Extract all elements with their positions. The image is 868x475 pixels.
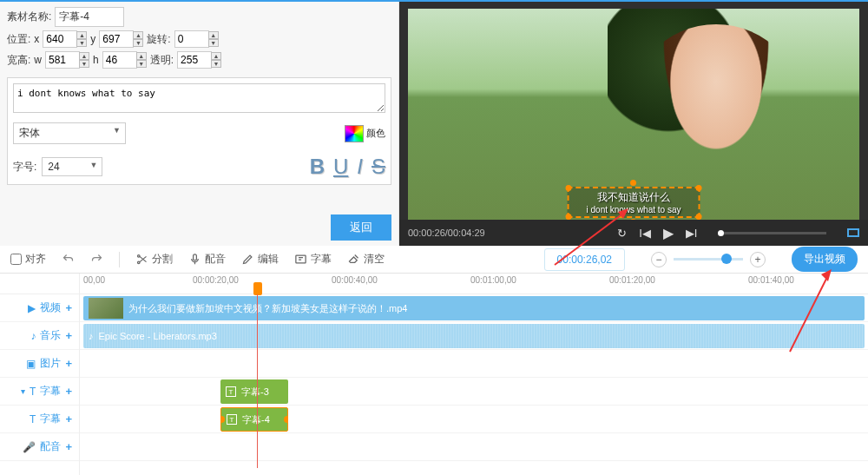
spinner-up-icon[interactable]: ▲ [208,31,219,39]
width-input[interactable] [45,51,80,69]
progress-bar[interactable] [718,232,826,234]
next-icon[interactable]: ▶I [686,227,698,240]
timeline-ruler[interactable]: 00,00 00:00:20,00 00:00:40,00 00:01:00,0… [80,274,868,294]
preview-panel: 我不知道说什么 i dont knows what to say 00:00:2… [399,2,868,246]
spinner-down-icon[interactable]: ▼ [133,39,143,47]
timeline-time-display: 00:00:26,02 [544,248,625,271]
video-clip[interactable]: 为什么我们要做新加坡中文视频？新加坡美女是这样子说的！.mp4 [83,296,865,320]
video-track-label[interactable]: ▶视频+ [0,294,79,322]
fullscreen-icon[interactable] [847,228,859,237]
audio-track-label[interactable]: ♪音乐+ [0,322,79,350]
svg-point-1 [138,261,141,264]
voice-button[interactable]: 配音 [188,252,226,267]
resize-handle-icon[interactable] [695,214,701,220]
subtitle-track-label[interactable]: T字幕+ [0,406,79,433]
align-checkbox[interactable]: 对齐 [10,252,46,267]
zoom-in-icon[interactable]: + [750,252,766,267]
back-button[interactable]: 返回 [331,214,391,241]
spinner-down-icon[interactable]: ▼ [76,39,87,47]
rotate-handle-icon[interactable] [630,180,636,186]
bold-button[interactable]: B [310,155,325,179]
subtitle-track-label[interactable]: ▾T字幕+ [0,378,79,406]
zoom-thumb[interactable] [721,254,732,264]
spinner-up-icon[interactable]: ▲ [79,52,89,60]
main-toolbar: 对齐 分割 配音 编辑 字幕 清空 00:00:26,02 − + 导出视频 [0,246,868,274]
playhead-marker[interactable] [253,282,262,295]
zoom-out-icon[interactable]: − [651,252,667,267]
edit-button[interactable]: 编辑 [241,252,279,267]
spinner-up-icon[interactable]: ▲ [133,31,143,39]
loop-icon[interactable]: ↻ [617,227,627,240]
clip-handle-icon[interactable] [284,416,288,423]
spinner-up-icon[interactable]: ▲ [211,52,221,60]
video-preview[interactable]: 我不知道说什么 i dont knows what to say [408,9,859,220]
properties-panel: 素材名称: 字幕-4 位置: x ▲▼ y ▲▼ 旋转: ▲▼ 宽高: w ▲▼… [0,2,399,246]
size-label: 宽高: [7,53,30,68]
subtitle-clip-selected[interactable]: T字幕-4 [220,407,288,432]
rotate-handle-icon[interactable] [630,219,636,220]
fontsize-label: 字号: [13,160,36,175]
split-button[interactable]: 分割 [135,252,173,267]
subtitle-button[interactable]: 字幕 [294,252,332,267]
font-select[interactable]: 宋体 [13,122,126,144]
dub-track-label[interactable]: 🎤配音+ [0,433,79,461]
spinner-up-icon[interactable]: ▲ [136,52,147,60]
opacity-input[interactable] [177,51,212,69]
zoom-slider[interactable] [674,258,743,261]
resize-handle-icon[interactable] [566,214,572,220]
track-labels: ▶视频+ ♪音乐+ ▣图片+ ▾T字幕+ T字幕+ 🎤配音+ [0,274,80,475]
italic-button[interactable]: I [357,155,363,179]
player-controls: 00:00:26/00:04:29 ↻ I◀ ▶ ▶I [399,220,868,246]
subtitle-en: i dont knows what to say [587,205,681,214]
name-label: 素材名称: [7,10,51,24]
undo-button[interactable] [62,253,75,266]
spinner-up-icon[interactable]: ▲ [76,31,87,39]
spinner-down-icon[interactable]: ▼ [211,60,221,68]
spinner-down-icon[interactable]: ▼ [79,60,89,68]
pos-y-input[interactable] [99,30,134,48]
position-label: 位置: [7,32,30,47]
subtitle-cn: 我不知道说什么 [587,190,681,205]
opacity-label: 透明: [150,53,174,68]
fontsize-select[interactable]: 24 [42,157,102,176]
subtitle-text-input[interactable]: i dont knows what to say [13,83,385,113]
underline-button[interactable]: U [333,155,348,179]
subtitle-clip[interactable]: T字幕-3 [220,379,288,404]
color-label: 颜色 [366,127,385,140]
time-display: 00:00:26/00:04:29 [408,228,485,238]
redo-button[interactable] [90,253,103,266]
name-value: 字幕-4 [55,7,124,27]
resize-handle-icon[interactable] [566,185,572,191]
svg-point-0 [138,255,141,258]
rotate-label: 旋转: [147,32,170,47]
zoom-control: − + [651,252,766,267]
color-picker-icon[interactable] [345,125,364,142]
resize-handle-icon[interactable] [695,185,701,191]
height-input[interactable] [102,51,137,69]
spinner-down-icon[interactable]: ▼ [136,60,147,68]
tracks-area[interactable]: 00,00 00:00:20,00 00:00:40,00 00:01:00,0… [80,274,868,475]
subtitle-overlay[interactable]: 我不知道说什么 i dont knows what to say [568,187,700,218]
timeline: ▶视频+ ♪音乐+ ▣图片+ ▾T字幕+ T字幕+ 🎤配音+ 00,00 00:… [0,274,868,475]
rotate-input[interactable] [174,30,209,48]
image-track-label[interactable]: ▣图片+ [0,350,79,378]
spinner-down-icon[interactable]: ▼ [208,39,219,47]
strike-button[interactable]: S [372,155,385,179]
pos-x-input[interactable] [43,30,77,48]
prev-icon[interactable]: I◀ [639,227,651,240]
audio-clip[interactable]: ♪ Epic Score - Liberators.mp3 [83,324,865,348]
svg-rect-2 [194,254,197,261]
clear-button[interactable]: 清空 [347,252,385,267]
export-button[interactable]: 导出视频 [792,247,858,272]
clip-thumbnail [89,298,123,319]
play-icon[interactable]: ▶ [663,225,674,241]
clip-handle-icon[interactable] [220,416,225,423]
playhead-line[interactable] [257,294,258,468]
